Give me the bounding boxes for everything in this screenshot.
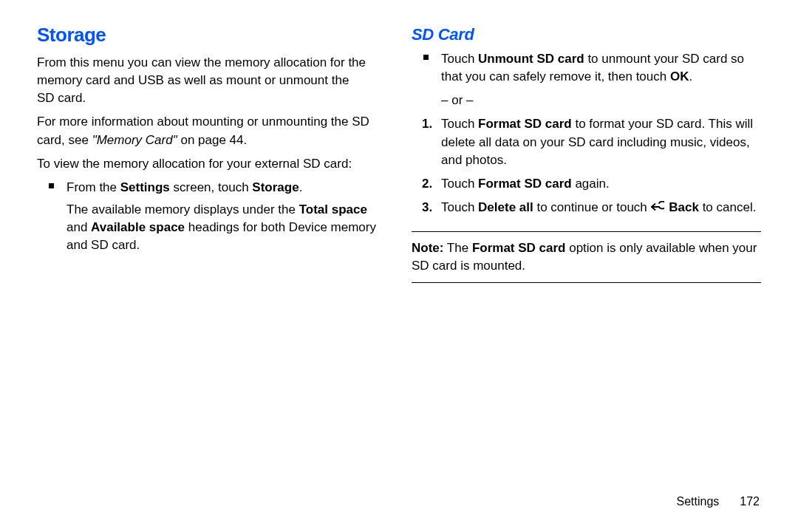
text: screen, touch xyxy=(170,180,253,194)
sd-bullets: Touch Unmount SD card to unmount your SD… xyxy=(412,50,761,86)
right-column: SD Card Touch Unmount SD card to unmount… xyxy=(412,24,761,283)
list-item: Touch Format SD card to format your SD c… xyxy=(412,115,761,168)
note-label: Note: xyxy=(412,241,443,255)
heading-storage: Storage xyxy=(37,24,386,47)
left-column: Storage From this menu you can view the … xyxy=(37,24,386,283)
page-footer: Settings172 xyxy=(676,495,760,508)
list-item: Touch Format SD card again. xyxy=(412,175,761,193)
heading-sd-card: SD Card xyxy=(412,25,761,44)
bold: Back xyxy=(669,200,699,214)
bold: Storage xyxy=(252,180,299,194)
text: to cancel. xyxy=(699,200,757,214)
footer-page-number: 172 xyxy=(740,495,760,508)
xref-memory-card: "Memory Card" xyxy=(92,133,177,147)
bold: Delete all xyxy=(478,200,533,214)
footer-section: Settings xyxy=(676,495,719,508)
bold: Format SD card xyxy=(478,117,572,131)
sd-steps: Touch Format SD card to format your SD c… xyxy=(412,115,761,218)
text: Touch xyxy=(441,52,478,66)
storage-steps: From the Settings screen, touch Storage.… xyxy=(37,179,386,255)
list-item: From the Settings screen, touch Storage.… xyxy=(37,179,386,255)
note-block: Note: The Format SD card option is only … xyxy=(412,231,761,283)
text: to continue or touch xyxy=(533,200,651,214)
or-divider: – or – xyxy=(412,92,761,109)
storage-intro-1: From this menu you can view the memory a… xyxy=(37,54,386,107)
text: Touch xyxy=(441,200,478,214)
text: The available memory displays under the xyxy=(66,202,299,216)
text: and xyxy=(66,220,91,234)
text: again. xyxy=(572,177,610,191)
list-item: Touch Unmount SD card to unmount your SD… xyxy=(412,50,761,86)
bold: Format SD card xyxy=(478,177,572,191)
text: Touch xyxy=(441,117,478,131)
text: The xyxy=(443,241,471,255)
text: . xyxy=(689,69,692,83)
storage-intro-3: To view the memory allocation for your e… xyxy=(37,155,386,173)
bold: Available space xyxy=(91,220,185,234)
text: on page 44. xyxy=(177,133,248,147)
text: Touch xyxy=(441,177,478,191)
text: From the xyxy=(66,180,120,194)
bold: Total space xyxy=(299,202,367,216)
bold: OK xyxy=(670,69,689,83)
bold: Unmount SD card xyxy=(478,52,584,66)
bold: Settings xyxy=(120,180,170,194)
bold: Format SD card xyxy=(472,241,566,255)
text: . xyxy=(299,180,303,194)
storage-intro-2: For more information about mounting or u… xyxy=(37,113,386,149)
list-subtext: The available memory displays under the … xyxy=(66,201,386,254)
back-icon xyxy=(651,200,664,218)
list-item: Touch Delete all to continue or touch Ba… xyxy=(412,199,761,218)
